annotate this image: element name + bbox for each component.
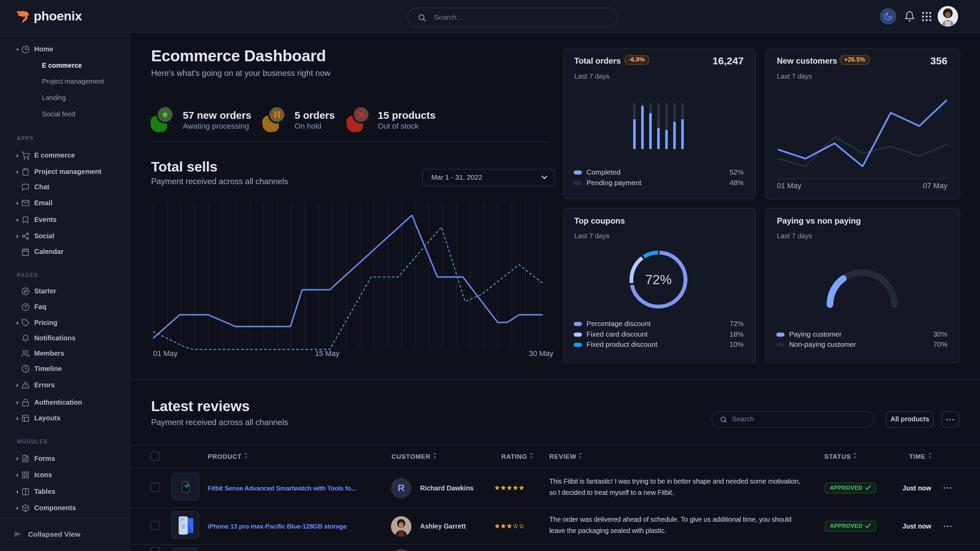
svg-text:30 May: 30 May (529, 349, 553, 358)
svg-text:15 May: 15 May (315, 349, 339, 358)
svg-text:72%: 72% (645, 272, 672, 287)
svg-text:01 May: 01 May (153, 349, 178, 358)
